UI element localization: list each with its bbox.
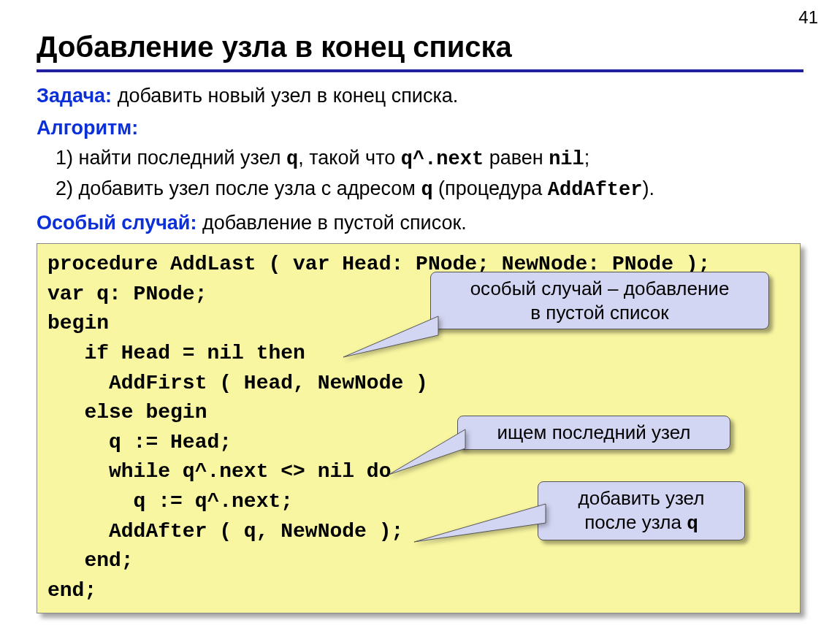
algo2-proc: AddAfter	[548, 179, 643, 201]
callout-tail-icon	[414, 504, 553, 548]
svg-marker-0	[343, 316, 438, 357]
algo1-mid: , такой что	[298, 147, 400, 169]
algo2-mid: (процедура	[433, 177, 548, 199]
algo1-qnext: q^.next	[401, 148, 484, 170]
algorithm-label: Алгоритм:	[37, 117, 138, 139]
callout-empty-list: особый случай – добавление в пустой спис…	[430, 272, 769, 329]
callout3-line2: после узла	[584, 511, 687, 533]
task-line: Задача: добавить новый узел в конец спис…	[37, 83, 803, 109]
algo1-eq: равен	[484, 147, 549, 169]
algo1-pre: 1) найти последний узел	[56, 147, 286, 169]
slide-title: Добавление узла в конец списка	[37, 31, 803, 64]
callout3-line1: добавить узел	[550, 486, 733, 510]
task-label: Задача:	[37, 85, 112, 107]
callout1-line1: особый случай – добавление	[443, 277, 757, 301]
svg-marker-2	[414, 504, 546, 542]
callout2-line1: ищем последний узел	[470, 421, 718, 445]
algorithm-label-line: Алгоритм:	[37, 115, 803, 141]
callout3-line2-wrap: после узла q	[550, 510, 733, 536]
svg-marker-1	[389, 429, 465, 475]
algo1-nil: nil	[549, 148, 584, 170]
slide: 41 Добавление узла в конец списка Задача…	[0, 0, 840, 631]
algo2-pre: 2) добавить узел после узла с адресом	[56, 177, 421, 199]
task-text: добавить новый узел в конец списка.	[118, 85, 459, 107]
special-case-line: Особый случай: добавление в пустой списо…	[37, 210, 803, 236]
algo1-q: q	[286, 148, 298, 170]
algo2-end: ).	[642, 177, 654, 199]
title-rule	[37, 69, 803, 72]
callout-tail-icon	[389, 429, 473, 481]
callout-tail-icon	[343, 316, 446, 360]
page-number: 41	[798, 7, 818, 28]
code-box: procedure AddLast ( var Head: PNode; New…	[37, 243, 801, 613]
algorithm-step-1: 1) найти последний узел q, такой что q^.…	[56, 145, 803, 172]
callout3-q: q	[687, 513, 698, 535]
callout-add-after: добавить узел после узла q	[538, 481, 745, 540]
special-case-label: Особый случай:	[37, 212, 196, 234]
algo1-end: ;	[584, 147, 590, 169]
callout1-line2: в пустой список	[443, 301, 757, 325]
algo2-q: q	[421, 179, 432, 201]
algorithm-step-2: 2) добавить узел после узла с адресом q …	[56, 175, 803, 203]
special-case-text: добавление в пустой список.	[202, 212, 467, 234]
callout-find-last: ищем последний узел	[457, 416, 730, 450]
